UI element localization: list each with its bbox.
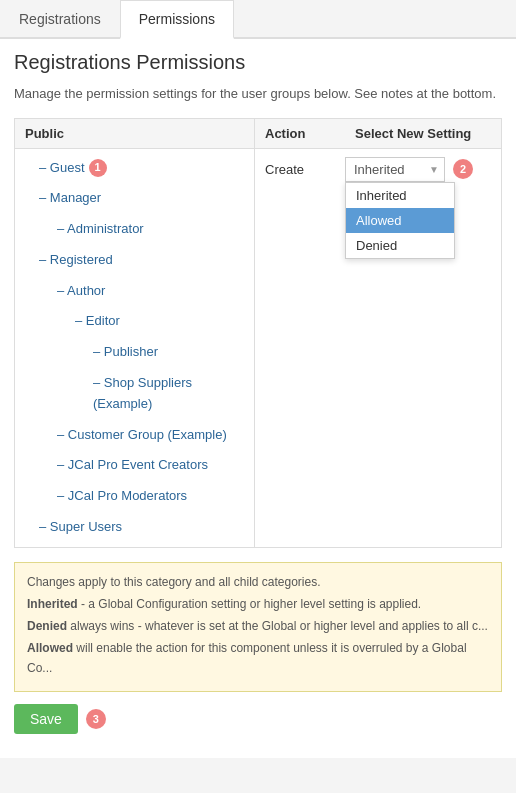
note-intro: Changes apply to this category and all c… [27, 573, 489, 592]
allowed-keyword: Allowed [27, 641, 73, 655]
inherited-desc: - a Global Configuration setting or high… [78, 597, 422, 611]
page-content: Registrations Permissions Manage the per… [0, 39, 516, 758]
group-item-label: – Shop Suppliers (Example) [93, 373, 244, 415]
tab-registrations[interactable]: Registrations [0, 0, 120, 37]
group-item-label: – Customer Group (Example) [57, 425, 227, 446]
tab-bar: Registrations Permissions [0, 0, 516, 39]
setting-header-label: Select New Setting [345, 119, 501, 148]
dropdown-option-inherited[interactable]: Inherited [346, 183, 454, 208]
notes-section: Changes apply to this category and all c… [14, 562, 502, 692]
denied-desc: always wins - whatever is set at the Glo… [67, 619, 488, 633]
group-item-label: – Super Users [39, 517, 122, 538]
page-title: Registrations Permissions [14, 51, 502, 74]
setting-dropdown-menu: Inherited Allowed Denied [345, 182, 455, 259]
guest-badge: 1 [89, 159, 107, 177]
group-item-label: – Editor [75, 311, 120, 332]
select-current-value: Inherited [354, 162, 405, 177]
note-allowed: Allowed will enable the action for this … [27, 639, 489, 677]
setting-select-wrapper[interactable]: Inherited ▼ Inherited Allowed Denied [345, 157, 445, 182]
tab-permissions[interactable]: Permissions [120, 0, 234, 39]
group-item-manager[interactable]: – Manager [15, 183, 254, 214]
group-item-jcal-moderators[interactable]: – JCal Pro Moderators [15, 481, 254, 512]
chevron-down-icon: ▼ [429, 164, 439, 175]
group-column-header: Public [15, 119, 254, 149]
step-3-badge: 3 [86, 709, 106, 729]
group-item-publisher[interactable]: – Publisher [15, 337, 254, 368]
create-label: Create [265, 162, 345, 177]
group-item-label: – JCal Pro Event Creators [57, 455, 208, 476]
group-item-label: – Administrator [57, 219, 144, 240]
group-item-label: – JCal Pro Moderators [57, 486, 187, 507]
group-item-shop-suppliers[interactable]: – Shop Suppliers (Example) [15, 368, 254, 420]
group-item-super-users[interactable]: – Super Users [15, 512, 254, 543]
step-2-badge: 2 [453, 159, 473, 179]
group-list: – Guest 1 – Manager – Administrator – Re… [15, 149, 254, 547]
create-action-row: Create Inherited ▼ Inherited Allowed Den… [255, 149, 501, 190]
inherited-keyword: Inherited [27, 597, 78, 611]
action-header-label: Action [255, 119, 345, 148]
dropdown-option-denied[interactable]: Denied [346, 233, 454, 258]
denied-keyword: Denied [27, 619, 67, 633]
group-item-administrator[interactable]: – Administrator [15, 214, 254, 245]
action-column-header: Action Select New Setting [255, 119, 501, 149]
save-area: Save 3 [14, 692, 502, 746]
group-item-guest[interactable]: – Guest 1 [15, 153, 254, 184]
action-column: Action Select New Setting Create Inherit… [255, 119, 501, 547]
allowed-desc: will enable the action for this componen… [27, 641, 467, 674]
group-item-label: – Guest [39, 158, 85, 179]
note-denied: Denied always wins - whatever is set at … [27, 617, 489, 636]
group-item-label: – Registered [39, 250, 113, 271]
group-item-label: – Manager [39, 188, 101, 209]
group-item-registered[interactable]: – Registered [15, 245, 254, 276]
group-item-author[interactable]: – Author [15, 276, 254, 307]
create-control: Inherited ▼ Inherited Allowed Denied 2 [345, 157, 491, 182]
group-item-customer-group[interactable]: – Customer Group (Example) [15, 420, 254, 451]
note-inherited: Inherited - a Global Configuration setti… [27, 595, 489, 614]
permissions-table: Public – Guest 1 – Manager – Administrat… [14, 118, 502, 548]
dropdown-option-allowed[interactable]: Allowed [346, 208, 454, 233]
group-item-editor[interactable]: – Editor [15, 306, 254, 337]
group-item-jcal-creators[interactable]: – JCal Pro Event Creators [15, 450, 254, 481]
save-button[interactable]: Save [14, 704, 78, 734]
setting-select-display[interactable]: Inherited ▼ [345, 157, 445, 182]
group-item-label: – Author [57, 281, 105, 302]
page-description: Manage the permission settings for the u… [14, 84, 502, 104]
group-column: Public – Guest 1 – Manager – Administrat… [15, 119, 255, 547]
group-item-label: – Publisher [93, 342, 158, 363]
